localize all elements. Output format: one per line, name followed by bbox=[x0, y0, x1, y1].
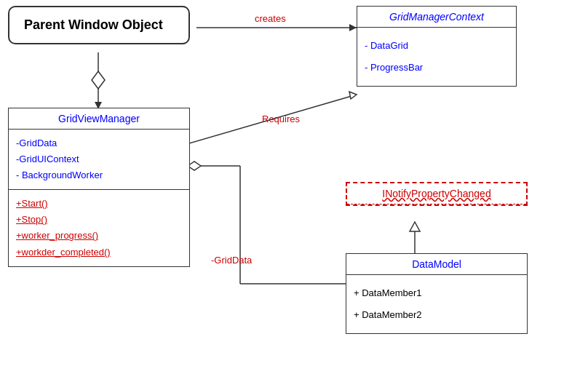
method-workder-completed: +workder_completed() bbox=[16, 244, 182, 260]
attr-backgroundworker: - BackgroundWorker bbox=[16, 167, 182, 183]
parent-window-box: Parent Window Object bbox=[8, 6, 190, 44]
gridmanagercontext-attributes: - DataGrid - ProgressBar bbox=[357, 28, 516, 86]
gridmanagercontext-box: GridManagerContext - DataGrid - Progress… bbox=[357, 6, 517, 87]
datamodel-box: DataModel + DataMember1 + DataMember2 bbox=[346, 253, 528, 334]
svg-marker-14 bbox=[410, 222, 420, 231]
griddata-label: -GridData bbox=[211, 255, 252, 266]
gridmanagercontext-title: GridManagerContext bbox=[357, 7, 516, 28]
attr-datamember2: + DataMember2 bbox=[354, 307, 520, 323]
attr-datagrid: - DataGrid bbox=[365, 38, 509, 54]
attr-datamember1: + DataMember1 bbox=[354, 285, 520, 301]
method-start: +Start() bbox=[16, 196, 182, 212]
attr-griduicontext: -GridUIContext bbox=[16, 151, 182, 167]
svg-marker-1 bbox=[92, 71, 105, 89]
gridviewmanager-title: GridViewManager bbox=[9, 108, 189, 130]
diagram-container: Parent Window Object GridViewManager -Gr… bbox=[0, 0, 588, 390]
gridviewmanager-attributes: -GridData -GridUIContext - BackgroundWor… bbox=[9, 130, 189, 190]
attr-progressbar: - ProgressBar bbox=[365, 60, 509, 76]
parent-window-title: Parent Window Object bbox=[24, 17, 163, 32]
inotify-title: INotifyPropertyChanged bbox=[347, 183, 526, 204]
requires-label: Requires bbox=[262, 114, 300, 124]
creates-label: creates bbox=[255, 13, 286, 24]
svg-marker-7 bbox=[349, 92, 357, 99]
gridviewmanager-box: GridViewManager -GridData -GridUIContext… bbox=[8, 108, 190, 267]
method-worker-progress: +worker_progress() bbox=[16, 228, 182, 244]
attr-griddata: -GridData bbox=[16, 135, 182, 151]
inotify-box: INotifyPropertyChanged bbox=[346, 182, 528, 206]
gridviewmanager-methods: +Start() +Stop() +worker_progress() +wor… bbox=[9, 190, 189, 266]
datamodel-attributes: + DataMember1 + DataMember2 bbox=[346, 275, 527, 333]
svg-marker-5 bbox=[349, 24, 357, 31]
datamodel-title: DataModel bbox=[346, 254, 527, 275]
method-stop: +Stop() bbox=[16, 212, 182, 228]
